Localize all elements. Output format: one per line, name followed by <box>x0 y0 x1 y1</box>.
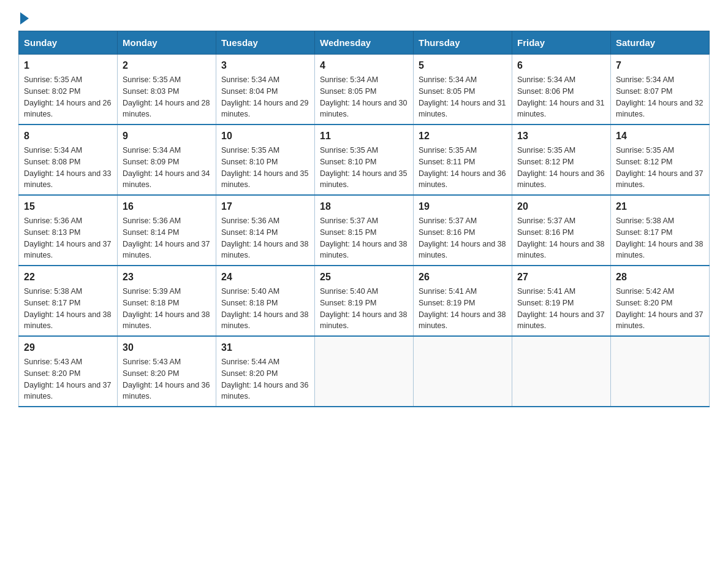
day-info: Sunrise: 5:34 AMSunset: 8:08 PMDaylight:… <box>24 145 112 191</box>
calendar-cell: 7Sunrise: 5:34 AMSunset: 8:07 PMDaylight… <box>611 55 710 125</box>
day-number: 6 <box>517 58 605 73</box>
calendar-cell: 23Sunrise: 5:39 AMSunset: 8:18 PMDayligh… <box>118 266 216 336</box>
day-number: 13 <box>517 129 605 144</box>
calendar-header-row: SundayMondayTuesdayWednesdayThursdayFrid… <box>19 31 710 55</box>
day-number: 23 <box>123 270 211 285</box>
calendar-cell: 3Sunrise: 5:34 AMSunset: 8:04 PMDaylight… <box>216 55 315 125</box>
day-number: 19 <box>419 199 507 214</box>
calendar-cell: 24Sunrise: 5:40 AMSunset: 8:18 PMDayligh… <box>216 266 315 336</box>
logo-arrow-icon <box>20 12 29 25</box>
calendar-cell: 6Sunrise: 5:34 AMSunset: 8:06 PMDaylight… <box>512 55 611 125</box>
calendar-cell <box>512 336 611 407</box>
day-info: Sunrise: 5:37 AMSunset: 8:16 PMDaylight:… <box>517 215 605 261</box>
day-info: Sunrise: 5:42 AMSunset: 8:20 PMDaylight:… <box>616 286 704 332</box>
day-number: 1 <box>24 58 112 73</box>
day-info: Sunrise: 5:43 AMSunset: 8:20 PMDaylight:… <box>24 356 112 402</box>
column-header-wednesday: Wednesday <box>315 31 414 55</box>
day-info: Sunrise: 5:34 AMSunset: 8:05 PMDaylight:… <box>419 74 507 120</box>
day-info: Sunrise: 5:40 AMSunset: 8:19 PMDaylight:… <box>320 286 408 332</box>
day-number: 26 <box>419 270 507 285</box>
calendar-cell: 17Sunrise: 5:36 AMSunset: 8:14 PMDayligh… <box>216 195 315 266</box>
calendar-week-row: 22Sunrise: 5:38 AMSunset: 8:17 PMDayligh… <box>19 266 710 336</box>
calendar-cell: 1Sunrise: 5:35 AMSunset: 8:02 PMDaylight… <box>19 55 118 125</box>
day-info: Sunrise: 5:34 AMSunset: 8:09 PMDaylight:… <box>123 145 211 191</box>
day-number: 28 <box>616 270 704 285</box>
day-info: Sunrise: 5:37 AMSunset: 8:15 PMDaylight:… <box>320 215 408 261</box>
day-info: Sunrise: 5:35 AMSunset: 8:12 PMDaylight:… <box>517 145 605 191</box>
day-number: 24 <box>221 270 309 285</box>
calendar-cell: 9Sunrise: 5:34 AMSunset: 8:09 PMDaylight… <box>118 124 216 195</box>
column-header-monday: Monday <box>118 31 216 55</box>
day-number: 22 <box>24 270 112 285</box>
calendar-cell: 22Sunrise: 5:38 AMSunset: 8:17 PMDayligh… <box>19 266 118 336</box>
calendar-cell: 29Sunrise: 5:43 AMSunset: 8:20 PMDayligh… <box>19 336 118 407</box>
day-info: Sunrise: 5:35 AMSunset: 8:12 PMDaylight:… <box>616 145 704 191</box>
day-info: Sunrise: 5:34 AMSunset: 8:05 PMDaylight:… <box>320 74 408 120</box>
day-number: 16 <box>123 199 211 214</box>
day-number: 25 <box>320 270 408 285</box>
logo <box>18 12 31 25</box>
day-number: 14 <box>616 129 704 144</box>
day-number: 2 <box>123 58 211 73</box>
day-info: Sunrise: 5:36 AMSunset: 8:13 PMDaylight:… <box>24 215 112 261</box>
calendar-cell: 10Sunrise: 5:35 AMSunset: 8:10 PMDayligh… <box>216 124 315 195</box>
day-number: 7 <box>616 58 704 73</box>
calendar-cell <box>414 336 512 407</box>
column-header-sunday: Sunday <box>19 31 118 55</box>
calendar-cell: 26Sunrise: 5:41 AMSunset: 8:19 PMDayligh… <box>414 266 512 336</box>
day-info: Sunrise: 5:34 AMSunset: 8:06 PMDaylight:… <box>517 74 605 120</box>
calendar-cell: 30Sunrise: 5:43 AMSunset: 8:20 PMDayligh… <box>118 336 216 407</box>
column-header-tuesday: Tuesday <box>216 31 315 55</box>
day-info: Sunrise: 5:39 AMSunset: 8:18 PMDaylight:… <box>123 286 211 332</box>
day-info: Sunrise: 5:35 AMSunset: 8:11 PMDaylight:… <box>419 145 507 191</box>
calendar-cell <box>315 336 414 407</box>
day-info: Sunrise: 5:38 AMSunset: 8:17 PMDaylight:… <box>24 286 112 332</box>
day-info: Sunrise: 5:41 AMSunset: 8:19 PMDaylight:… <box>419 286 507 332</box>
day-info: Sunrise: 5:36 AMSunset: 8:14 PMDaylight:… <box>221 215 309 261</box>
calendar-cell: 2Sunrise: 5:35 AMSunset: 8:03 PMDaylight… <box>118 55 216 125</box>
calendar-body: 1Sunrise: 5:35 AMSunset: 8:02 PMDaylight… <box>19 55 710 407</box>
day-number: 21 <box>616 199 704 214</box>
day-number: 3 <box>221 58 309 73</box>
calendar-cell: 5Sunrise: 5:34 AMSunset: 8:05 PMDaylight… <box>414 55 512 125</box>
day-info: Sunrise: 5:35 AMSunset: 8:02 PMDaylight:… <box>24 74 112 120</box>
calendar-cell: 20Sunrise: 5:37 AMSunset: 8:16 PMDayligh… <box>512 195 611 266</box>
day-info: Sunrise: 5:34 AMSunset: 8:07 PMDaylight:… <box>616 74 704 120</box>
calendar-cell: 14Sunrise: 5:35 AMSunset: 8:12 PMDayligh… <box>611 124 710 195</box>
day-number: 9 <box>123 129 211 144</box>
calendar-cell: 12Sunrise: 5:35 AMSunset: 8:11 PMDayligh… <box>414 124 512 195</box>
calendar-cell: 13Sunrise: 5:35 AMSunset: 8:12 PMDayligh… <box>512 124 611 195</box>
calendar-cell: 28Sunrise: 5:42 AMSunset: 8:20 PMDayligh… <box>611 266 710 336</box>
calendar-cell: 31Sunrise: 5:44 AMSunset: 8:20 PMDayligh… <box>216 336 315 407</box>
column-header-thursday: Thursday <box>414 31 512 55</box>
calendar-cell: 15Sunrise: 5:36 AMSunset: 8:13 PMDayligh… <box>19 195 118 266</box>
day-info: Sunrise: 5:34 AMSunset: 8:04 PMDaylight:… <box>221 74 309 120</box>
day-info: Sunrise: 5:40 AMSunset: 8:18 PMDaylight:… <box>221 286 309 332</box>
calendar-cell: 18Sunrise: 5:37 AMSunset: 8:15 PMDayligh… <box>315 195 414 266</box>
day-number: 29 <box>24 340 112 355</box>
day-info: Sunrise: 5:36 AMSunset: 8:14 PMDaylight:… <box>123 215 211 261</box>
calendar-table: SundayMondayTuesdayWednesdayThursdayFrid… <box>18 31 710 407</box>
day-info: Sunrise: 5:43 AMSunset: 8:20 PMDaylight:… <box>123 356 211 402</box>
day-info: Sunrise: 5:38 AMSunset: 8:17 PMDaylight:… <box>616 215 704 261</box>
calendar-cell: 8Sunrise: 5:34 AMSunset: 8:08 PMDaylight… <box>19 124 118 195</box>
day-info: Sunrise: 5:44 AMSunset: 8:20 PMDaylight:… <box>221 356 309 402</box>
calendar-cell: 11Sunrise: 5:35 AMSunset: 8:10 PMDayligh… <box>315 124 414 195</box>
day-number: 17 <box>221 199 309 214</box>
calendar-cell: 25Sunrise: 5:40 AMSunset: 8:19 PMDayligh… <box>315 266 414 336</box>
day-number: 15 <box>24 199 112 214</box>
day-number: 31 <box>221 340 309 355</box>
calendar-cell: 19Sunrise: 5:37 AMSunset: 8:16 PMDayligh… <box>414 195 512 266</box>
day-number: 12 <box>419 129 507 144</box>
day-number: 18 <box>320 199 408 214</box>
day-number: 11 <box>320 129 408 144</box>
day-info: Sunrise: 5:37 AMSunset: 8:16 PMDaylight:… <box>419 215 507 261</box>
day-number: 4 <box>320 58 408 73</box>
day-number: 8 <box>24 129 112 144</box>
calendar-cell: 21Sunrise: 5:38 AMSunset: 8:17 PMDayligh… <box>611 195 710 266</box>
day-info: Sunrise: 5:35 AMSunset: 8:10 PMDaylight:… <box>221 145 309 191</box>
day-number: 20 <box>517 199 605 214</box>
page-header <box>18 12 710 25</box>
calendar-week-row: 29Sunrise: 5:43 AMSunset: 8:20 PMDayligh… <box>19 336 710 407</box>
calendar-week-row: 15Sunrise: 5:36 AMSunset: 8:13 PMDayligh… <box>19 195 710 266</box>
